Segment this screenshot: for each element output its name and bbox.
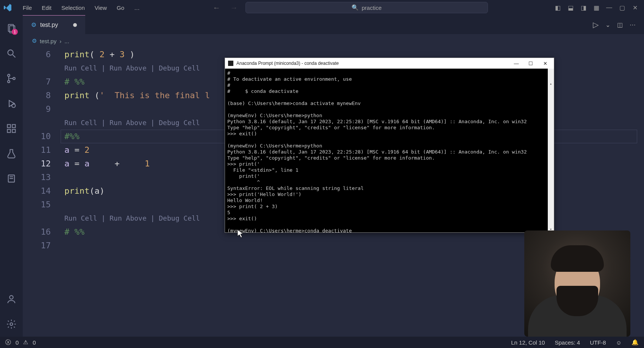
terminal-line: File "<stdin>", line 1 (227, 167, 299, 173)
terminal-line: print(' (227, 173, 260, 179)
warning-count[interactable]: 0 (33, 339, 36, 346)
menu-selection[interactable]: Selection (57, 3, 89, 13)
source-control-icon[interactable] (6, 73, 17, 84)
menu-view[interactable]: View (90, 3, 111, 13)
terminal-line: # (227, 82, 230, 88)
terminal-body[interactable]: # # To deactivate an active environment,… (225, 69, 554, 232)
webcam-overlay (524, 230, 630, 337)
svg-rect-9 (8, 125, 11, 128)
accounts-icon[interactable] (6, 293, 17, 305)
layout-sidebar-left-icon[interactable]: ◧ (554, 4, 561, 11)
svg-rect-11 (12, 129, 15, 132)
status-bar: ⓧ 0 ⚠ 0 Ln 12, Col 10 Spaces: 4 UTF-8 ☺ … (0, 337, 644, 348)
menu-file[interactable]: File (18, 3, 36, 13)
terminal-close-icon[interactable]: ✕ (539, 60, 551, 67)
svg-point-6 (13, 77, 15, 80)
run-file-icon[interactable]: ▷ (593, 20, 599, 29)
terminal-title-bar[interactable]: Anaconda Prompt (miniconda3) - conda dea… (225, 58, 554, 69)
breadcrumb-sep-icon: › (59, 38, 61, 44)
jupyter-icon[interactable] (6, 173, 17, 184)
svg-rect-12 (12, 125, 15, 128)
terminal-line: # (227, 70, 230, 76)
editor-tabs: ⚙ test.py ▷ ⌄ ◫ ⋯ (23, 15, 644, 34)
explorer-badge: 1 (12, 29, 18, 35)
tab-filename: test.py (40, 22, 58, 28)
terminal-maximize-icon[interactable]: ☐ (525, 60, 536, 67)
explorer-icon[interactable]: 1 (6, 23, 17, 34)
search-icon: 🔍 (352, 4, 359, 11)
menu-bar: File Edit Selection View Go … (18, 3, 144, 13)
terminal-title-text: Anaconda Prompt (miniconda3) - conda dea… (236, 61, 339, 66)
terminal-line: Type "help", "copyright", "credits" or "… (227, 155, 435, 161)
svg-point-4 (8, 74, 10, 77)
search-placeholder: practice (362, 5, 382, 11)
breadcrumb-rest[interactable]: ... (64, 38, 69, 44)
command-center-search[interactable]: 🔍 practice (245, 2, 488, 13)
terminal-line: Hello World! (227, 198, 263, 203)
terminal-line: Python 3.8.16 (default, Jan 17 2023, 22:… (227, 149, 527, 155)
breadcrumb-file[interactable]: test.py (40, 38, 56, 44)
line-gutter: 6 7 8 9 10 11 12 13 14 15 16 17 (23, 48, 61, 337)
terminal-line: (base) C:\Users\herme>conda activate myn… (227, 100, 361, 106)
terminal-app-icon (228, 61, 233, 66)
python-file-icon: ⚙ (31, 21, 36, 28)
run-debug-icon[interactable] (6, 98, 17, 109)
status-lncol[interactable]: Ln 12, Col 10 (511, 339, 545, 346)
terminal-minimize-icon[interactable]: ― (511, 60, 522, 67)
run-dropdown-icon[interactable]: ⌄ (605, 21, 610, 28)
activity-bar: 1 (0, 15, 23, 337)
settings-gear-icon[interactable] (6, 318, 17, 330)
terminal-line: >>> print('Hello World!') (227, 191, 302, 197)
window-close-icon[interactable]: ✕ (631, 4, 639, 11)
feedback-icon[interactable]: ☺ (616, 339, 622, 346)
terminal-scrollbar[interactable]: ▴ ▾ (548, 69, 554, 232)
terminal-line: >>> print( 2 + 3) (227, 204, 278, 209)
menu-go[interactable]: Go (112, 3, 129, 13)
terminal-line: # $ conda deactivate (227, 88, 299, 94)
svg-line-3 (13, 55, 16, 58)
terminal-line: # To deactivate an active environment, u… (227, 76, 352, 82)
scroll-up-icon[interactable]: ▴ (548, 81, 554, 87)
tab-dirty-indicator-icon (73, 23, 77, 27)
terminal-line: >>> print(' (227, 161, 260, 167)
terminal-line: (mynewEnv) C:\Users\herme>python (227, 143, 322, 149)
extensions-icon[interactable] (6, 123, 17, 134)
svg-point-5 (8, 80, 10, 83)
python-file-icon: ⚙ (32, 38, 37, 44)
terminal-line: ^ (227, 179, 260, 185)
layout-sidebar-right-icon[interactable]: ◨ (580, 4, 587, 11)
terminal-line: >>> exit() (227, 131, 257, 136)
nav-forward-icon[interactable]: → (228, 3, 240, 12)
layout-customize-icon[interactable]: ▦ (592, 4, 600, 11)
terminal-line: >>> exit() (227, 216, 257, 221)
window-minimize-icon[interactable]: ― (605, 4, 613, 11)
search-icon[interactable] (6, 48, 17, 59)
notifications-bell-icon[interactable]: 🔔 (631, 339, 639, 346)
status-encoding[interactable]: UTF-8 (590, 339, 606, 346)
mouse-cursor-icon (237, 229, 244, 238)
testing-icon[interactable] (6, 148, 17, 159)
terminal-line: Type "help", "copyright", "credits" or "… (227, 125, 435, 130)
nav-back-icon[interactable]: ← (211, 3, 223, 12)
window-maximize-icon[interactable]: ▢ (618, 4, 626, 11)
terminal-line: SyntaxError: EOL while scanning string l… (227, 185, 364, 191)
status-spaces[interactable]: Spaces: 4 (555, 339, 580, 346)
svg-point-17 (10, 323, 13, 326)
anaconda-prompt-window[interactable]: Anaconda Prompt (miniconda3) - conda dea… (225, 58, 554, 233)
error-icon[interactable]: ⓧ (5, 339, 11, 346)
error-count[interactable]: 0 (16, 339, 19, 346)
menu-edit[interactable]: Edit (37, 3, 56, 13)
title-bar: File Edit Selection View Go … ← → 🔍 prac… (0, 0, 644, 15)
terminal-line: Python 3.8.16 (default, Jan 17 2023, 22:… (227, 119, 527, 124)
svg-point-16 (9, 296, 13, 299)
split-editor-icon[interactable]: ◫ (617, 21, 623, 28)
tab-more-icon[interactable]: ⋯ (630, 21, 636, 28)
breadcrumb[interactable]: ⚙ test.py › ... (23, 34, 644, 48)
layout-panel-icon[interactable]: ⬓ (567, 4, 574, 11)
warning-icon[interactable]: ⚠ (23, 339, 28, 346)
vscode-logo-icon (3, 3, 12, 12)
terminal-line: (mynewEnv) C:\Users\herme>python (227, 113, 322, 118)
svg-point-2 (8, 50, 13, 55)
menu-overflow[interactable]: … (130, 3, 144, 13)
tab-test-py[interactable]: ⚙ test.py (23, 15, 85, 34)
